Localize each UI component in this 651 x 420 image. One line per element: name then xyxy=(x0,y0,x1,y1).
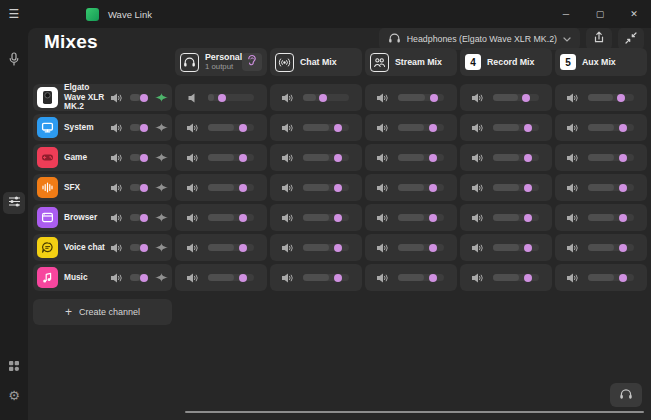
volume-slider[interactable] xyxy=(588,184,634,191)
rail-item-microphone[interactable] xyxy=(3,50,25,72)
volume-thumb[interactable] xyxy=(619,124,627,132)
volume-thumb[interactable] xyxy=(524,274,532,282)
volume-thumb[interactable] xyxy=(140,274,148,282)
rail-item-marketplace[interactable] xyxy=(3,356,25,378)
volume-slider[interactable] xyxy=(303,274,349,281)
volume-slider[interactable] xyxy=(398,244,444,251)
volume-thumb[interactable] xyxy=(334,244,342,252)
volume-slider[interactable] xyxy=(303,244,349,251)
volume-slider[interactable] xyxy=(303,184,349,191)
volume-slider[interactable] xyxy=(398,214,444,221)
volume-thumb[interactable] xyxy=(617,94,625,102)
volume-slider[interactable] xyxy=(493,274,539,281)
volume-slider[interactable] xyxy=(208,154,254,161)
maximize-button[interactable]: ▢ xyxy=(583,0,617,28)
volume-slider[interactable] xyxy=(208,214,254,221)
volume-thumb[interactable] xyxy=(619,184,627,192)
volume-thumb[interactable] xyxy=(524,244,532,252)
volume-thumb[interactable] xyxy=(429,244,437,252)
volume-thumb[interactable] xyxy=(619,244,627,252)
volume-slider[interactable] xyxy=(398,124,444,131)
volume-thumb[interactable] xyxy=(430,94,438,102)
volume-thumb[interactable] xyxy=(140,94,148,102)
volume-thumb[interactable] xyxy=(140,154,148,162)
volume-slider[interactable] xyxy=(208,244,254,251)
volume-slider[interactable] xyxy=(493,124,539,131)
volume-thumb[interactable] xyxy=(524,184,532,192)
share-button[interactable] xyxy=(586,28,612,50)
volume-slider[interactable] xyxy=(588,274,634,281)
volume-slider[interactable] xyxy=(588,244,634,251)
hamburger-menu-icon[interactable]: ☰ xyxy=(0,7,28,21)
effects-button[interactable] xyxy=(155,123,168,132)
volume-slider[interactable] xyxy=(130,274,148,281)
collapse-view-button[interactable] xyxy=(618,28,644,50)
volume-thumb[interactable] xyxy=(619,154,627,162)
volume-thumb[interactable] xyxy=(334,154,342,162)
volume-slider[interactable] xyxy=(130,214,148,221)
volume-slider[interactable] xyxy=(588,214,634,221)
volume-thumb[interactable] xyxy=(319,94,327,102)
volume-thumb[interactable] xyxy=(429,214,437,222)
volume-thumb[interactable] xyxy=(239,244,247,252)
minimize-button[interactable]: ─ xyxy=(549,0,583,28)
volume-thumb[interactable] xyxy=(334,184,342,192)
volume-thumb[interactable] xyxy=(429,274,437,282)
volume-slider[interactable] xyxy=(208,274,254,281)
volume-thumb[interactable] xyxy=(140,244,148,252)
mix-header-personal-mix[interactable]: Personal Mix1 output xyxy=(175,48,267,76)
volume-slider[interactable] xyxy=(493,154,539,161)
close-button[interactable]: ✕ xyxy=(617,0,651,28)
horizontal-scrollbar[interactable] xyxy=(185,411,644,413)
volume-slider[interactable] xyxy=(588,124,634,131)
volume-slider[interactable] xyxy=(398,184,444,191)
volume-thumb[interactable] xyxy=(524,124,532,132)
output-device-select[interactable]: Headphones (Elgato Wave XLR MK.2) xyxy=(379,28,580,50)
volume-thumb[interactable] xyxy=(239,214,247,222)
volume-thumb[interactable] xyxy=(239,124,247,132)
mix-header-stream-mix[interactable]: Stream Mix xyxy=(365,48,457,76)
rail-item-mixer[interactable] xyxy=(3,192,25,214)
mix-header-chat-mix[interactable]: Chat Mix xyxy=(270,48,362,76)
volume-thumb[interactable] xyxy=(429,154,437,162)
volume-slider[interactable] xyxy=(493,94,539,101)
create-channel-button[interactable]: + Create channel xyxy=(33,299,172,325)
mix-header-record-mix[interactable]: 4Record Mix xyxy=(460,48,552,76)
volume-slider[interactable] xyxy=(493,184,539,191)
mix-header-aux-mix[interactable]: 5Aux Mix xyxy=(555,48,647,76)
volume-thumb[interactable] xyxy=(619,274,627,282)
volume-slider[interactable] xyxy=(398,94,444,101)
volume-slider[interactable] xyxy=(208,94,254,101)
monitor-mix-button[interactable] xyxy=(242,53,262,71)
volume-thumb[interactable] xyxy=(140,184,148,192)
volume-thumb[interactable] xyxy=(524,154,532,162)
volume-thumb[interactable] xyxy=(522,94,530,102)
volume-thumb[interactable] xyxy=(239,184,247,192)
volume-slider[interactable] xyxy=(588,154,634,161)
volume-slider[interactable] xyxy=(398,274,444,281)
volume-thumb[interactable] xyxy=(619,214,627,222)
volume-slider[interactable] xyxy=(493,244,539,251)
effects-button[interactable] xyxy=(155,273,168,282)
volume-slider[interactable] xyxy=(493,214,539,221)
volume-thumb[interactable] xyxy=(524,214,532,222)
volume-thumb[interactable] xyxy=(140,214,148,222)
volume-thumb[interactable] xyxy=(334,124,342,132)
monitor-output-button[interactable] xyxy=(610,383,642,407)
volume-thumb[interactable] xyxy=(140,124,148,132)
volume-thumb[interactable] xyxy=(334,214,342,222)
volume-slider[interactable] xyxy=(303,214,349,221)
volume-slider[interactable] xyxy=(130,94,148,101)
volume-slider[interactable] xyxy=(208,184,254,191)
volume-thumb[interactable] xyxy=(429,184,437,192)
volume-slider[interactable] xyxy=(588,94,634,101)
effects-button[interactable] xyxy=(155,93,168,102)
volume-thumb[interactable] xyxy=(239,154,247,162)
effects-button[interactable] xyxy=(155,213,168,222)
volume-thumb[interactable] xyxy=(239,274,247,282)
volume-slider[interactable] xyxy=(130,154,148,161)
volume-slider[interactable] xyxy=(303,124,349,131)
volume-slider[interactable] xyxy=(130,184,148,191)
volume-thumb[interactable] xyxy=(218,94,226,102)
rail-item-settings[interactable]: ⚙ xyxy=(3,384,25,406)
